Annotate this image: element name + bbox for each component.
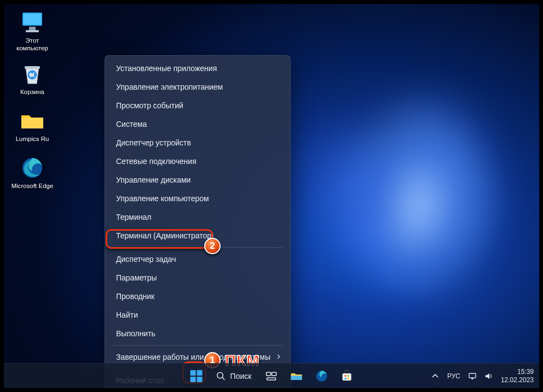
desktop-icon-this-pc[interactable]: Этот компьютер [10,10,54,52]
svg-rect-18 [342,373,351,381]
desktop-icon-edge[interactable]: Microsoft Edge [10,156,54,190]
menu-item-power-management[interactable]: Управление электропитанием [106,78,289,96]
chevron-up-icon [431,372,440,381]
menu-item-task-manager[interactable]: Диспетчер задач [106,250,289,268]
svg-rect-7 [190,370,196,376]
svg-rect-2 [29,27,36,30]
tray-language[interactable]: РУС [447,372,460,380]
folder-icon [19,109,45,133]
menu-item-installed-apps[interactable]: Установленные приложения [106,59,289,78]
recycle-bin-icon [19,62,45,86]
start-context-menu: Установленные приложения Управление элек… [105,55,291,388]
system-tray: РУС 15:39 12.02.2023 [431,368,534,384]
svg-rect-9 [190,377,196,382]
menu-item-disk-management[interactable]: Управление дисками [106,171,289,189]
menu-item-device-manager[interactable]: Диспетчер устройств [106,133,289,152]
menu-item-event-viewer[interactable]: Просмотр событий [106,96,289,115]
menu-item-file-explorer[interactable]: Проводник [106,287,289,306]
menu-item-system[interactable]: Система [106,115,289,133]
taskbar: Поиск РУС 15:39 12.02.2023 [4,363,539,388]
search-icon [216,371,226,381]
menu-item-computer-management[interactable]: Управление компьютером [106,189,289,208]
desktop-icon-label: Lumpics Ru [10,135,54,143]
svg-rect-4 [25,66,40,69]
tray-time: 15:39 [501,368,534,376]
svg-rect-19 [344,375,346,377]
svg-rect-15 [267,378,275,380]
svg-rect-10 [197,377,203,382]
taskbar-center: Поиск [186,365,358,387]
taskbar-pinned-edge[interactable] [310,365,332,387]
menu-separator [113,345,282,346]
search-label: Поиск [230,372,252,381]
svg-rect-14 [272,372,276,376]
store-icon [340,370,353,383]
menu-item-network-connections[interactable]: Сетевые подключения [106,152,289,171]
desktop-icon-recycle-bin[interactable]: Корзина [10,62,54,96]
svg-rect-8 [197,370,203,376]
tray-network[interactable] [468,372,477,381]
taskbar-task-view[interactable] [260,365,282,387]
tray-volume[interactable] [484,372,493,381]
svg-rect-3 [26,30,39,32]
taskbar-pinned-store[interactable] [336,365,357,387]
task-view-icon [264,370,278,383]
svg-rect-21 [344,378,346,379]
svg-line-12 [222,377,225,380]
desktop-icon-label: Microsoft Edge [10,182,54,190]
menu-item-search[interactable]: Найти [106,306,289,324]
desktop[interactable]: Этот компьютер Корзина Lumpics Ru Micros… [4,4,539,388]
menu-item-settings[interactable]: Параметры [106,268,289,287]
file-explorer-icon [290,370,303,383]
svg-rect-23 [469,373,476,378]
network-icon [468,372,477,381]
menu-item-terminal[interactable]: Терминал [106,208,289,226]
tray-clock[interactable]: 15:39 12.02.2023 [501,368,534,384]
svg-rect-13 [266,372,270,376]
start-button[interactable] [186,365,207,387]
svg-rect-20 [347,375,349,377]
menu-item-terminal-admin[interactable]: Терминал (Администратор) [106,226,289,245]
taskbar-pinned-explorer[interactable] [285,365,307,387]
taskbar-search[interactable]: Поиск [211,371,257,381]
svg-rect-1 [24,14,41,25]
svg-rect-22 [347,378,349,379]
windows-logo-icon [190,370,203,383]
desktop-icon-label: Корзина [10,88,54,96]
desktop-icon-label: Этот компьютер [10,37,54,52]
desktop-icon-lumpics[interactable]: Lumpics Ru [10,109,54,143]
menu-item-run[interactable]: Выполнить [106,324,289,343]
svg-point-11 [217,372,223,378]
edge-icon [315,370,328,383]
tray-chevron-up[interactable] [431,372,440,381]
monitor-icon [19,10,45,34]
tray-date: 12.02.2023 [501,376,534,384]
svg-rect-16 [291,376,302,380]
volume-icon [484,372,493,381]
menu-separator [113,247,282,248]
edge-icon [19,156,45,180]
